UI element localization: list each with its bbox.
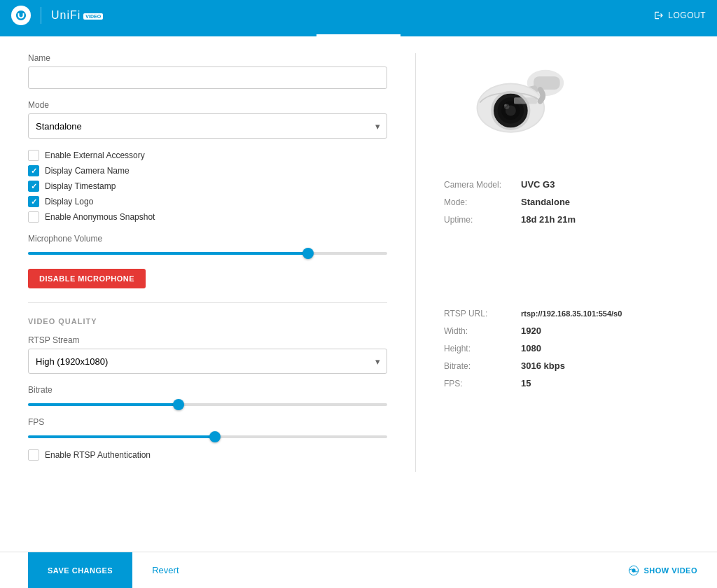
checkbox-display-timestamp-box[interactable] (28, 181, 39, 192)
checkboxes-section: Enable External Accessory Display Camera… (28, 150, 387, 223)
microphone-slider-fill (28, 252, 308, 255)
fps-slider-container (28, 435, 387, 438)
name-label: Name (28, 53, 387, 63)
microphone-slider-track[interactable] (28, 252, 387, 255)
rtsp-bitrate-row: Bitrate: 3016 kbps (444, 360, 689, 371)
microphone-slider-thumb[interactable] (302, 248, 314, 259)
bitrate-label: Bitrate (28, 385, 387, 395)
camera-uptime-key: Uptime: (444, 215, 507, 225)
rtsp-info-section: RTSP URL: rtsp://192.168.35.101:554/s0 W… (444, 309, 689, 388)
name-input[interactable] (28, 66, 387, 89)
microphone-section: Microphone Volume DISABLE MICROPHONE (28, 234, 387, 288)
show-video-button[interactable]: SHOW VIDEO (608, 558, 717, 583)
logo-area: UniFi VIDEO (11, 6, 103, 25)
checkbox-display-logo-label: Display Logo (45, 197, 93, 206)
bitrate-slider-track[interactable] (28, 403, 387, 406)
checkbox-enable-external-label: Enable External Accessory (45, 150, 145, 160)
camera-image-container (444, 53, 584, 165)
camera-image (447, 57, 580, 162)
camera-uptime-value: 18d 21h 21m (521, 214, 576, 225)
name-group: Name (28, 53, 387, 89)
checkbox-enable-anonymous-box[interactable] (28, 211, 39, 223)
rtsp-stream-select-wrapper: High (1920x1080) Medium (1280x720) Low (… (28, 349, 387, 374)
checkbox-enable-anonymous: Enable Anonymous Snapshot (28, 211, 387, 223)
rtsp-auth-checkbox[interactable] (28, 449, 39, 461)
camera-mode-key: Mode: (444, 197, 507, 207)
rtsp-url-key: RTSP URL: (444, 309, 507, 318)
show-video-label: SHOW VIDEO (643, 566, 697, 575)
svg-point-11 (504, 104, 507, 107)
rtsp-auth-group: Enable RTSP Authentication (28, 449, 387, 461)
video-quality-divider (28, 302, 387, 303)
bitrate-group: Bitrate (28, 385, 387, 406)
camera-uptime-row: Uptime: 18d 21h 21m (444, 214, 689, 225)
disable-microphone-button[interactable]: DISABLE MICROPHONE (28, 269, 146, 288)
rtsp-height-key: Height: (444, 344, 507, 354)
video-badge: VIDEO (83, 13, 103, 20)
checkbox-enable-anonymous-label: Enable Anonymous Snapshot (45, 212, 155, 222)
save-button[interactable]: SAVE CHANGES (28, 552, 132, 589)
footer-left: SAVE CHANGES Revert (28, 552, 199, 589)
fps-slider-fill (28, 435, 215, 438)
checkbox-display-logo-box[interactable] (28, 196, 39, 207)
rtsp-width-key: Width: (444, 326, 507, 336)
rtsp-fps-row: FPS: 15 (444, 378, 689, 388)
mode-select-wrapper: Standalone Managed ▾ (28, 113, 387, 139)
fps-slider-track[interactable] (28, 435, 387, 438)
left-column: Name Mode Standalone Managed ▾ Enab (28, 53, 387, 472)
svg-rect-1 (534, 76, 560, 90)
camera-mode-value: Standalone (521, 197, 570, 207)
video-quality-title: VIDEO QUALITY (28, 317, 387, 326)
checkbox-display-camera-name: Display Camera Name (28, 165, 387, 176)
main-content: Name Mode Standalone Managed ▾ Enab (0, 36, 717, 489)
rtsp-auth-label: Enable RTSP Authentication (45, 450, 151, 460)
microphone-slider-container (28, 252, 387, 255)
svg-rect-12 (514, 97, 537, 104)
logout-icon (654, 10, 664, 20)
checkbox-display-timestamp: Display Timestamp (28, 181, 387, 192)
bitrate-slider-thumb[interactable] (173, 399, 184, 410)
fps-slider-thumb[interactable] (209, 431, 221, 442)
fps-label: FPS (28, 417, 387, 427)
camera-mode-row: Mode: Standalone (444, 197, 689, 207)
checkbox-display-camera-name-label: Display Camera Name (45, 166, 130, 176)
checkbox-enable-external-box[interactable] (28, 150, 39, 161)
rtsp-url-value: rtsp://192.168.35.101:554/s0 (521, 309, 622, 318)
logo-text: UniFi VIDEO (51, 9, 103, 22)
rtsp-stream-label: RTSP Stream (28, 335, 387, 345)
right-column: Camera Model: UVC G3 Mode: Standalone Up… (444, 53, 689, 472)
header: UniFi VIDEO LOGOUT (0, 0, 717, 31)
rtsp-width-value: 1920 (521, 326, 541, 336)
rtsp-bitrate-key: Bitrate: (444, 361, 507, 371)
rtsp-bitrate-value: 3016 kbps (521, 360, 565, 371)
camera-info-table: Camera Model: UVC G3 Mode: Standalone Up… (444, 179, 689, 225)
footer: SAVE CHANGES Revert SHOW VIDEO (0, 552, 717, 588)
rtsp-fps-key: FPS: (444, 379, 507, 388)
rtsp-height-row: Height: 1080 (444, 343, 689, 354)
unifi-wordmark: UniFi (51, 9, 81, 22)
mode-label: Mode (28, 100, 387, 110)
bitrate-slider-fill (28, 403, 179, 406)
logout-button[interactable]: LOGOUT (654, 10, 706, 20)
rtsp-height-value: 1080 (521, 343, 541, 354)
rtsp-stream-select[interactable]: High (1920x1080) Medium (1280x720) Low (… (28, 349, 387, 374)
mode-group: Mode Standalone Managed ▾ (28, 100, 387, 139)
rtsp-width-row: Width: 1920 (444, 326, 689, 336)
checkbox-display-camera-name-box[interactable] (28, 165, 39, 176)
ubiquiti-logo (11, 6, 31, 25)
rtsp-url-row: RTSP URL: rtsp://192.168.35.101:554/s0 (444, 309, 689, 318)
fps-group: FPS (28, 417, 387, 438)
checkbox-enable-external: Enable External Accessory (28, 150, 387, 161)
mode-select[interactable]: Standalone Managed (28, 113, 387, 139)
column-divider (415, 53, 416, 472)
logo-divider (41, 7, 41, 24)
active-tab-indicator (316, 34, 401, 36)
revert-button[interactable]: Revert (132, 558, 198, 582)
camera-model-value: UVC G3 (521, 179, 555, 190)
rtsp-stream-group: RTSP Stream High (1920x1080) Medium (128… (28, 335, 387, 374)
show-video-icon (628, 565, 639, 576)
camera-model-key: Camera Model: (444, 180, 507, 190)
microphone-label: Microphone Volume (28, 234, 387, 244)
checkbox-display-logo: Display Logo (28, 196, 387, 207)
rtsp-fps-value: 15 (521, 378, 531, 388)
